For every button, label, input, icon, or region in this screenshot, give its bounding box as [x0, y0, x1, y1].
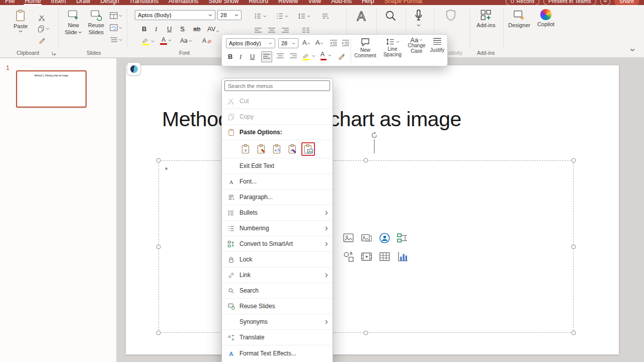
copy-button[interactable]	[37, 25, 49, 33]
cut-button[interactable]	[38, 14, 46, 22]
tab-record[interactable]: Record	[244, 0, 273, 5]
menu-item-exit-edit-text[interactable]: Exit Edit Text	[222, 158, 333, 174]
tab-design[interactable]: Design	[95, 0, 124, 5]
character-spacing-button[interactable]: AV	[207, 25, 219, 33]
bold-button[interactable]: B	[142, 25, 146, 33]
bullets-button[interactable]	[254, 12, 267, 20]
font-name-combo[interactable]: Aptos (Body)	[135, 10, 215, 20]
mini-bold-button[interactable]: B	[228, 53, 232, 60]
table-button[interactable]	[375, 247, 393, 266]
present-in-teams-button[interactable]: Present in Teams	[543, 0, 596, 5]
pictures-button[interactable]	[357, 229, 375, 247]
align-center-button[interactable]	[268, 27, 276, 34]
menu-item-convert-to-smartart[interactable]: Convert to SmartArt	[222, 236, 333, 252]
paste-option-use-destination-theme[interactable]: a	[239, 142, 253, 156]
resize-handle-top-center[interactable]	[364, 158, 368, 163]
cameo-button[interactable]	[375, 229, 393, 247]
drawing-group-button[interactable]: A	[348, 9, 374, 24]
mini-align-center-button[interactable]	[276, 53, 284, 62]
collapse-ribbon-chevron-icon[interactable]	[630, 48, 635, 52]
text-direction-button[interactable]	[321, 12, 329, 20]
change-case-button[interactable]: Aa	[180, 37, 192, 44]
slide[interactable]: Method 1: Pasting chart as image	[126, 65, 619, 354]
grow-font-button[interactable]: A	[302, 39, 310, 46]
align-right-button[interactable]	[281, 27, 289, 34]
underline-button[interactable]: U	[167, 25, 172, 33]
tab-home[interactable]: Home	[20, 0, 46, 5]
sensitivity-button[interactable]	[437, 9, 465, 23]
clear-formatting-button[interactable]: A	[202, 37, 212, 44]
tab-transitions[interactable]: Transitions	[124, 0, 164, 5]
font-color-button[interactable]: A	[160, 36, 172, 45]
mini-underline-button[interactable]: U	[250, 53, 255, 60]
share-button[interactable]: Share	[614, 0, 639, 5]
menu-item-bullets[interactable]: Bullets	[222, 205, 333, 221]
menu-item-link[interactable]: Link	[222, 267, 333, 283]
menu-item-reuse-slides[interactable]: Reuse Slides	[222, 299, 333, 314]
menu-item-translate[interactable]: Aa Translate	[222, 330, 333, 345]
menu-item-lock[interactable]: Lock	[222, 252, 333, 267]
new-slide-button[interactable]: New Slide	[63, 9, 84, 35]
tab-insert[interactable]: Insert	[46, 0, 71, 5]
menu-item-search[interactable]: Search	[222, 283, 333, 299]
cameo-quick-button[interactable]	[127, 62, 141, 75]
tab-view[interactable]: View	[303, 0, 326, 5]
reset-slide-button[interactable]	[110, 24, 122, 31]
decrease-indent-button[interactable]	[330, 39, 338, 48]
columns-button[interactable]	[302, 27, 310, 34]
paste-option-merge-formatting[interactable]: aA	[270, 142, 284, 156]
chart-button[interactable]	[393, 247, 412, 266]
tab-add-ins[interactable]: Add-ins	[326, 0, 357, 5]
numbering-button[interactable]	[276, 12, 288, 20]
resize-handle-bottom-left[interactable]	[156, 331, 161, 335]
justify-button[interactable]: Justify	[427, 37, 447, 64]
reuse-slides-button[interactable]: Reuse Slides	[85, 9, 108, 35]
menu-item-numbering[interactable]: Numbering	[222, 221, 333, 236]
menu-item-cut[interactable]: Cut	[222, 94, 333, 109]
presenter-dropdown[interactable]	[600, 0, 610, 5]
tab-slide-show[interactable]: Slide Show	[203, 0, 244, 5]
menu-item-copy[interactable]: Copy	[222, 109, 333, 125]
font-size-combo[interactable]: 28	[217, 10, 242, 20]
line-spacing-big-button[interactable]: Line Spacing	[380, 37, 405, 64]
slide-layout-button[interactable]	[110, 12, 122, 19]
highlight-color-button[interactable]	[142, 37, 154, 45]
menu-item-paragraph[interactable]: Paragraph...	[222, 190, 333, 205]
tab-draw[interactable]: Draw	[71, 0, 95, 5]
mini-font-color-button[interactable]: A	[320, 51, 332, 60]
smartart-button[interactable]	[393, 229, 412, 247]
copilot-button[interactable]: Copilot	[534, 9, 557, 27]
video-button[interactable]	[357, 247, 375, 266]
editing-group-button[interactable]	[378, 9, 404, 24]
text-shadow-button[interactable]: S	[180, 25, 185, 33]
record-button[interactable]: Record	[506, 0, 539, 5]
tab-file[interactable]: File	[0, 0, 20, 5]
change-case-big-button[interactable]: Aa Change Case	[405, 37, 428, 64]
tab-review[interactable]: Review	[273, 0, 303, 5]
mini-highlight-color-button[interactable]	[302, 51, 315, 60]
mini-font-size-combo[interactable]: 28	[278, 38, 298, 48]
resize-handle-bottom-center[interactable]	[364, 331, 368, 335]
dictate-button[interactable]	[407, 9, 431, 27]
clipboard-dialog-launcher[interactable]	[51, 51, 56, 56]
format-painter-button[interactable]	[38, 36, 46, 44]
mini-format-painter-button[interactable]	[338, 52, 346, 62]
paste-option-picture[interactable]	[301, 142, 315, 156]
menu-search-input[interactable]	[224, 80, 330, 91]
mini-font-name-combo[interactable]: Aptos (Body)	[226, 38, 275, 48]
tab-animations[interactable]: Animations	[164, 0, 203, 5]
paste-option-keep-text-only[interactable]: a	[286, 142, 299, 156]
resize-handle-middle-right[interactable]	[572, 245, 576, 249]
designer-button[interactable]: Designer	[506, 9, 532, 28]
paste-button[interactable]: Paste	[9, 9, 32, 33]
mini-align-left-button-selected[interactable]	[261, 51, 272, 62]
resize-handle-bottom-right[interactable]	[572, 331, 576, 335]
paste-option-keep-source-formatting[interactable]	[255, 142, 268, 156]
menu-item-format-text-effects[interactable]: A Format Text Effects...	[222, 345, 333, 361]
resize-handle-top-right[interactable]	[572, 158, 576, 163]
align-left-button[interactable]	[254, 27, 262, 34]
resize-handle-middle-left[interactable]	[156, 245, 161, 249]
menu-item-synonyms[interactable]: Synonyms	[222, 314, 333, 330]
line-spacing-button[interactable]	[298, 12, 310, 20]
tab-shape-format[interactable]: Shape Format	[379, 0, 428, 5]
